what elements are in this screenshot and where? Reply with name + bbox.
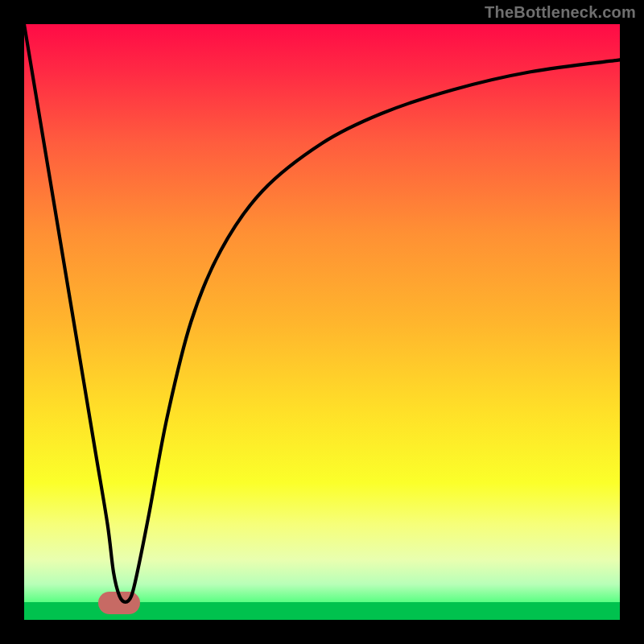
curve-svg <box>24 24 620 620</box>
bottleneck-curve <box>24 24 620 602</box>
plot-area <box>24 24 620 620</box>
chart-frame: TheBottleneck.com <box>0 0 644 644</box>
watermark-text: TheBottleneck.com <box>485 3 636 22</box>
